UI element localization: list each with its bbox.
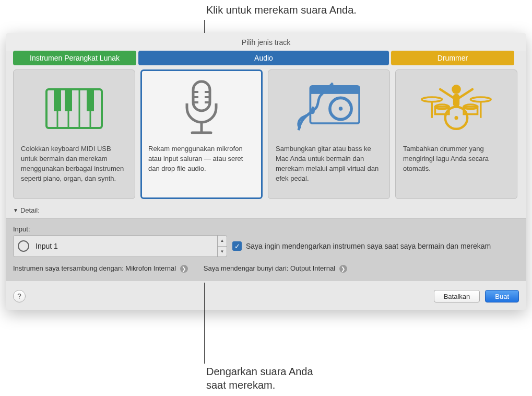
input-section: Input: Input 1 ▲ ▼ ✓ Saya ingin mendenga…: [6, 218, 526, 281]
stepper-down-icon[interactable]: ▼: [218, 247, 227, 257]
input-value: Input 1: [36, 242, 58, 250]
dialog-title: Pilih jenis track: [6, 33, 526, 51]
keyboard-icon: [35, 77, 113, 140]
card-guitar-text: Sambungkan gitar atau bass ke Mac Anda u…: [276, 144, 382, 183]
output-device-text: Saya mendengar bunyi dari: Output Intern…: [204, 264, 335, 272]
tab-drummer[interactable]: Drummer: [391, 51, 514, 65]
callout-record-voice: Klik untuk merekam suara Anda.: [206, 4, 357, 16]
svg-point-28: [470, 97, 491, 102]
svg-rect-23: [453, 94, 459, 107]
card-microphone-text: Rekam menggunakan mikrofon atau input sa…: [148, 144, 255, 174]
input-stepper[interactable]: ▲ ▼: [217, 236, 227, 257]
svg-rect-7: [87, 89, 94, 111]
svg-point-26: [422, 97, 442, 102]
cancel-button[interactable]: Batalkan: [434, 290, 480, 302]
detail-label: Detail:: [20, 206, 40, 214]
chevron-right-icon: ❯: [339, 265, 347, 273]
card-drummer-text: Tambahkan drummer yang mengiringi lagu A…: [403, 144, 510, 174]
track-type-tabs: Instrumen Perangkat Lunak Audio Drummer: [6, 51, 526, 69]
card-guitar[interactable]: Sambungkan gitar atau bass ke Mac Anda u…: [268, 69, 390, 199]
callout-listen-voice: Dengarkan suara Anda saat merekam.: [206, 365, 313, 392]
track-cards: Colokkan keyboard MIDI USB untuk bermain…: [6, 69, 526, 204]
svg-rect-18: [310, 86, 359, 94]
monitor-checkbox-label: Saya ingin mendengarkan instrumen saya s…: [246, 242, 491, 250]
chevron-right-icon: ❯: [180, 265, 188, 273]
input-label: Input:: [13, 225, 519, 233]
card-software-instrument[interactable]: Colokkan keyboard MIDI USB untuk bermain…: [13, 69, 135, 199]
callout-line: [204, 283, 205, 364]
help-button[interactable]: ?: [13, 290, 26, 302]
output-device-status[interactable]: Saya mendengar bunyi dari: Output Intern…: [204, 264, 347, 273]
svg-line-24: [440, 89, 453, 98]
microphone-icon: [162, 77, 241, 140]
svg-rect-6: [65, 89, 72, 111]
svg-point-35: [454, 116, 458, 120]
monitor-checkbox[interactable]: ✓: [232, 241, 242, 251]
guitar-amp-icon: [290, 77, 368, 140]
card-drummer[interactable]: Tambahkan drummer yang mengiringi lagu A…: [395, 69, 517, 199]
input-channel-select[interactable]: Input 1 ▲ ▼: [13, 235, 227, 257]
stepper-up-icon[interactable]: ▲: [218, 236, 227, 247]
input-device-text: Instrumen saya tersambung dengan: Mikrof…: [13, 264, 176, 272]
drummer-icon: [417, 77, 495, 140]
card-microphone[interactable]: Rekam menggunakan mikrofon atau input sa…: [140, 69, 263, 199]
detail-disclosure[interactable]: ▼ Detail:: [6, 204, 526, 218]
mono-channel-icon: [18, 240, 29, 252]
svg-point-21: [310, 109, 314, 114]
card-software-text: Colokkan keyboard MIDI USB untuk bermain…: [21, 144, 127, 183]
tab-software-instrument[interactable]: Instrumen Perangkat Lunak: [13, 51, 136, 65]
svg-point-20: [339, 107, 343, 111]
svg-line-25: [459, 89, 472, 98]
choose-track-dialog: Pilih jenis track Instrumen Perangkat Lu…: [6, 33, 526, 310]
create-button[interactable]: Buat: [485, 290, 519, 302]
svg-rect-5: [54, 89, 61, 111]
tab-audio[interactable]: Audio: [138, 51, 389, 65]
input-device-status[interactable]: Instrumen saya tersambung dengan: Mikrof…: [13, 264, 188, 273]
svg-point-22: [452, 85, 461, 94]
dialog-footer: ? Batalkan Buat: [6, 281, 526, 310]
disclosure-triangle-icon: ▼: [13, 207, 18, 213]
